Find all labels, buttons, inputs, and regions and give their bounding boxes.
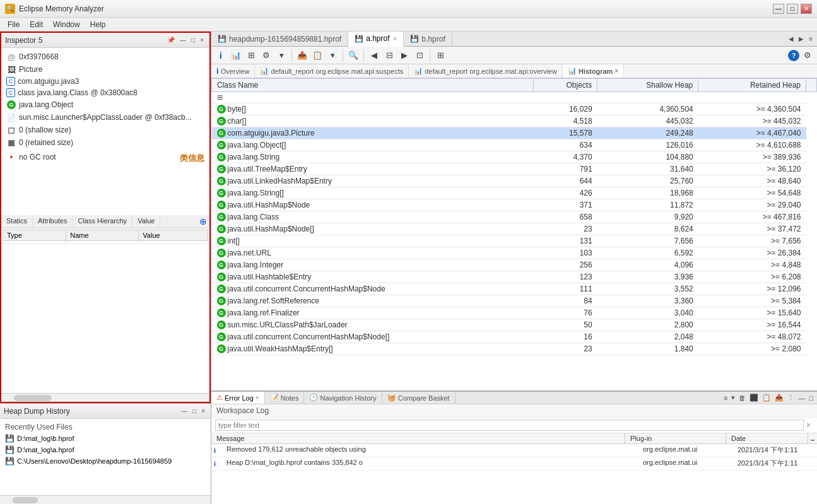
history-item-2[interactable]: 💾 C:\Users\Lenovo\Desktop\heapdump-16156… bbox=[3, 455, 208, 467]
file-tab-2[interactable]: 💾 b.hprof bbox=[404, 32, 452, 46]
toolbar-dropdown-btn[interactable]: ▾ bbox=[274, 49, 288, 62]
tab-scroll-btn[interactable]: ≡ bbox=[807, 35, 814, 43]
toolbar-dropdown2-btn[interactable]: ▾ bbox=[326, 49, 339, 62]
toolbar-gear-btn[interactable]: ⚙ bbox=[259, 49, 273, 62]
bottom-ctrl-clear[interactable]: 🗑 bbox=[738, 394, 747, 402]
close-button[interactable]: ✕ bbox=[801, 4, 812, 14]
inspector-row-gcroot[interactable]: • no GC root 类信息 bbox=[4, 149, 207, 165]
inspector-pin-btn[interactable]: 📌 bbox=[165, 37, 177, 44]
inspector-row-address[interactable]: @ 0xf3970668 bbox=[4, 50, 207, 63]
bottom-ctrl-dot[interactable]: ⋮ bbox=[786, 393, 796, 402]
inspector-close-btn[interactable]: × bbox=[198, 37, 206, 44]
hist-row[interactable]: Gjava.util.LinkedHashMap$Entry 644 25,76… bbox=[212, 175, 817, 187]
bottom-ctrl-list[interactable]: ≡ bbox=[722, 394, 729, 402]
toolbar-back-btn[interactable]: ◀ bbox=[367, 49, 381, 62]
bottom-tab-navhistory[interactable]: 🕐 Navigation History bbox=[304, 392, 382, 404]
minimize-button[interactable]: — bbox=[773, 4, 784, 14]
log-filter-input[interactable] bbox=[215, 419, 804, 431]
hist-row[interactable]: Gjava.util.HashMap$Node 371 11,872 >= 29… bbox=[212, 199, 817, 211]
bottom-ctrl-max[interactable]: □ bbox=[808, 394, 814, 402]
tab-attributes[interactable]: Attributes bbox=[33, 215, 73, 228]
hist-row[interactable]: Gjava.lang.Integer 256 4,096 >= 4,848 bbox=[212, 259, 817, 271]
history-maximize-btn[interactable]: □ bbox=[191, 407, 198, 414]
hist-row[interactable]: Gjava.lang.ref.Finalizer 76 3,040 >= 15,… bbox=[212, 307, 817, 319]
file-tab-0[interactable]: 💾 heapdump-1615694859881.hprof bbox=[211, 32, 348, 46]
history-close-btn[interactable]: × bbox=[199, 407, 207, 414]
hist-row[interactable]: Gjava.util.Hashtable$Entry 123 3,936 >= … bbox=[212, 271, 817, 283]
bottom-ctrl-min[interactable]: — bbox=[797, 394, 806, 402]
hist-row[interactable]: Gjava.util.concurrent.ConcurrentHashMap$… bbox=[212, 331, 817, 343]
view-tab-suspects[interactable]: 📊 default_report org.eclipse.mat.api:sus… bbox=[255, 64, 409, 78]
inspector-h-scroll[interactable] bbox=[1, 393, 209, 402]
toolbar-help-btn[interactable]: ? bbox=[788, 50, 799, 61]
tab-left-nav[interactable]: ◀ bbox=[787, 35, 796, 43]
log-filter-close[interactable]: × bbox=[804, 421, 813, 430]
hist-row[interactable]: Gjava.util.WeakHashMap$Entry[] 23 1,840 … bbox=[212, 343, 817, 355]
view-tab-api-overview[interactable]: 📊 default_report org.eclipse.mat.api:ove… bbox=[409, 64, 563, 78]
hist-row[interactable]: Gjava.lang.ref.SoftReference 84 3,360 >=… bbox=[212, 295, 817, 307]
history-item-1[interactable]: 💾 D:\mat_log\a.hprof bbox=[3, 444, 208, 455]
toolbar-home-btn[interactable]: ▶ bbox=[397, 49, 411, 62]
tab-add-btn[interactable]: ⊕ bbox=[197, 215, 209, 228]
hist-row[interactable]: Gjava.util.HashMap$Node[] 23 8,624 >= 37… bbox=[212, 223, 817, 235]
bottom-ctrl-stop[interactable]: ⬛ bbox=[748, 393, 760, 402]
toolbar-extra-btn[interactable]: ⊞ bbox=[433, 49, 447, 62]
hist-row[interactable]: Gint[] 131 7,656 >= 7,656 bbox=[212, 235, 817, 247]
hist-row[interactable]: Gbyte[] 16,029 4,360,504 >= 4,360,504 bbox=[212, 103, 817, 115]
tab-right-nav[interactable]: ▶ bbox=[797, 35, 806, 43]
hist-row[interactable]: Gjava.lang.String 4,370 104,880 >= 389,9… bbox=[212, 151, 817, 163]
menu-help[interactable]: Help bbox=[85, 19, 111, 30]
error-log-close[interactable]: × bbox=[256, 394, 259, 401]
toolbar-chart-btn[interactable]: 📊 bbox=[229, 49, 243, 62]
bottom-tab-comparebasket[interactable]: 🧺 Compare Basket bbox=[382, 392, 456, 404]
inspector-row-classref[interactable]: C class java.lang.Class @ 0x3800ac8 bbox=[4, 87, 207, 98]
bottom-ctrl-dropdown[interactable]: ▾ bbox=[730, 393, 736, 402]
hist-row[interactable]: ⊞ bbox=[212, 92, 817, 103]
inspector-row-classname[interactable]: C com.atguigu.java3 bbox=[4, 76, 207, 87]
table-row[interactable] bbox=[3, 241, 208, 244]
hist-row[interactable]: Gjava.net.URL 103 6,592 >= 26,384 bbox=[212, 247, 817, 259]
log-row[interactable]: i Removed 179,612 unreachable objects us… bbox=[211, 444, 817, 457]
toolbar-expand-btn[interactable]: ⊡ bbox=[413, 49, 426, 62]
hist-row[interactable]: Gcom.atguigu.java3.Picture 15,578 249,24… bbox=[212, 127, 817, 139]
inspector-minimize-btn[interactable]: — bbox=[178, 37, 188, 44]
inspector-maximize-btn[interactable]: □ bbox=[189, 37, 197, 44]
maximize-button[interactable]: □ bbox=[787, 4, 798, 14]
hist-row[interactable]: Gjava.lang.String[] 426 18,968 >= 54,648 bbox=[212, 187, 817, 199]
toolbar-search-btn[interactable]: 🔍 bbox=[346, 49, 360, 62]
history-h-scroll[interactable] bbox=[0, 495, 211, 504]
hist-row[interactable]: Gjava.lang.Class 658 9,920 >= 467,816 bbox=[212, 211, 817, 223]
toolbar-info-btn[interactable]: i bbox=[214, 49, 228, 62]
tab-statics[interactable]: Statics bbox=[1, 215, 33, 228]
inspector-row-object[interactable]: G java.lang.Object bbox=[4, 98, 207, 111]
inspector-row-shallow[interactable]: ◻ 0 (shallow size) bbox=[4, 124, 207, 136]
bottom-ctrl-export2[interactable]: 📤 bbox=[773, 393, 785, 402]
toolbar-settings-btn[interactable]: ⚙ bbox=[801, 49, 814, 62]
view-tab-histogram-close[interactable]: × bbox=[614, 67, 618, 74]
inspector-row-retained[interactable]: ◼ 0 (retained size) bbox=[4, 136, 207, 149]
log-row[interactable]: i Heap D:\mat_log\b.hprof contains 335,8… bbox=[211, 457, 817, 471]
toolbar-export-btn[interactable]: 📤 bbox=[295, 49, 309, 62]
menu-file[interactable]: File bbox=[3, 19, 25, 30]
hist-row[interactable]: Gchar[] 4,518 445,032 >= 445,032 bbox=[212, 115, 817, 127]
file-tab-1[interactable]: 💾 a.hprof × bbox=[348, 32, 404, 47]
view-tab-overview[interactable]: i Overview bbox=[211, 64, 255, 78]
hist-row[interactable]: Gjava.util.concurrent.ConcurrentHashMap$… bbox=[212, 283, 817, 295]
bottom-ctrl-copy2[interactable]: 📋 bbox=[761, 393, 772, 402]
hist-row[interactable]: Gjava.lang.Object[] 634 126,016 >= 4,610… bbox=[212, 139, 817, 151]
hist-row[interactable]: Gjava.util.TreeMap$Entry 791 31,640 >= 3… bbox=[212, 163, 817, 175]
file-tab-close-1[interactable]: × bbox=[394, 35, 397, 42]
bottom-tab-errorlog[interactable]: ⚠ Error Log × bbox=[211, 392, 265, 404]
hist-row[interactable]: Gsun.misc.URLClassPath$JarLoader 50 2,80… bbox=[212, 319, 817, 331]
bottom-tab-notes[interactable]: 📝 Notes bbox=[265, 392, 305, 404]
inspector-row-picture[interactable]: 🖼 Picture bbox=[4, 63, 207, 76]
menu-edit[interactable]: Edit bbox=[25, 19, 48, 30]
toolbar-copy-btn[interactable]: 📋 bbox=[310, 49, 324, 62]
history-minimize-btn[interactable]: — bbox=[179, 407, 189, 414]
tab-class-hierarchy[interactable]: Class Hierarchy bbox=[73, 215, 132, 228]
view-tab-histogram[interactable]: 📊 Histogram × bbox=[563, 64, 624, 78]
inspector-row-sunmisc[interactable]: 📄 sun.misc.Launcher$AppClassLoader @ 0xf… bbox=[4, 111, 207, 124]
toolbar-grid-btn[interactable]: ⊞ bbox=[244, 49, 258, 62]
tab-value[interactable]: Value bbox=[132, 215, 160, 228]
history-item-0[interactable]: 💾 D:\mat_log\b.hprof bbox=[3, 433, 208, 444]
